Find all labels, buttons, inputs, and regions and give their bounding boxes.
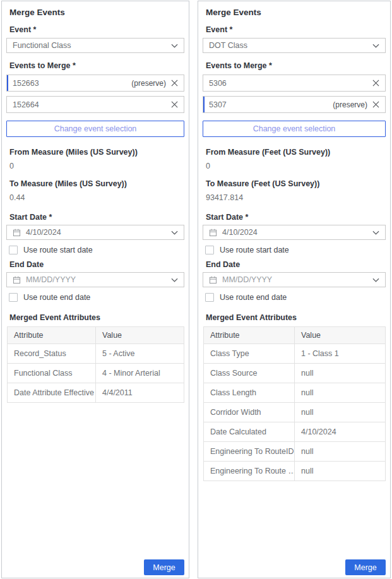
value-cell: null (295, 383, 386, 403)
end-date-label: End Date (206, 260, 383, 269)
event-to-merge-input[interactable]: 152664 (6, 96, 184, 113)
value-cell: 4 - Minor Arterial (96, 364, 184, 383)
table-row: Record_Status 5 - Active (8, 344, 184, 364)
end-date-label: End Date (9, 260, 181, 269)
attribute-cell: Functional Class (8, 364, 96, 383)
use-route-start-date-checkbox-row[interactable]: Use route start date (205, 246, 386, 254)
change-event-selection-button[interactable]: Change event selection (6, 121, 184, 137)
value-cell: 4/10/2024 (295, 422, 386, 442)
merged-event-attributes-title: Merged Event Attributes (9, 313, 181, 322)
preserve-tag: (preserve) (131, 79, 166, 88)
start-date-label: Start Date * (9, 213, 181, 222)
merge-button[interactable]: Merge (144, 559, 184, 575)
event-label: Event * (9, 25, 181, 34)
table-row: Corridor Width null (204, 403, 386, 422)
events-to-merge-label: Events to Merge * (9, 61, 181, 70)
event-id-text: 5307 (209, 100, 333, 109)
use-route-end-date-checkbox-row[interactable]: Use route end date (205, 293, 386, 302)
chevron-down-icon (171, 44, 178, 48)
close-icon[interactable] (171, 101, 178, 108)
checkbox[interactable] (205, 246, 214, 254)
event-to-merge-input[interactable]: 5306 (203, 75, 386, 92)
value-cell: null (295, 403, 386, 422)
value-column-header: Value (96, 327, 184, 344)
attribute-cell: Class Source (204, 364, 295, 383)
table-row: Class Type 1 - Class 1 (204, 344, 386, 364)
event-select[interactable]: DOT Class (203, 38, 386, 53)
event-to-merge-input[interactable]: 5307 (preserve) (203, 96, 386, 113)
end-date-placeholder: MM/DD/YYYY (222, 275, 372, 284)
merged-attributes-table: Attribute Value Class Type 1 - Class 1 C… (203, 326, 386, 481)
event-id-text: 152663 (13, 79, 131, 88)
from-measure-label: From Measure (Feet (US Survey)) (206, 148, 383, 157)
calendar-icon (209, 229, 217, 237)
event-to-merge-input[interactable]: 152663 (preserve) (6, 75, 184, 92)
close-icon[interactable] (372, 101, 379, 108)
checkbox-label: Use route start date (220, 246, 289, 254)
chevron-down-icon (372, 230, 379, 235)
to-measure-label: To Measure (Feet (US Survey)) (206, 179, 383, 188)
event-select[interactable]: Functional Class (6, 38, 184, 53)
table-header-row: Attribute Value (8, 327, 184, 344)
start-date-picker[interactable]: 4/10/2024 (6, 225, 184, 240)
from-measure-value: 0 (9, 162, 181, 170)
value-column-header: Value (295, 327, 386, 344)
preserve-tag: (preserve) (333, 100, 367, 109)
event-id-text: 5306 (209, 79, 367, 88)
table-row: Engineering To RouteID null (204, 442, 386, 462)
table-row: Functional Class 4 - Minor Arterial (8, 364, 184, 383)
event-label: Event * (206, 25, 383, 34)
checkbox-label: Use route end date (220, 293, 287, 302)
value-cell: 5 - Active (96, 344, 184, 364)
end-date-placeholder: MM/DD/YYYY (26, 275, 171, 284)
table-row: Class Length null (204, 383, 386, 403)
checkbox[interactable] (9, 293, 18, 302)
close-icon[interactable] (171, 80, 178, 87)
start-date-value: 4/10/2024 (222, 228, 372, 237)
value-cell: null (295, 442, 386, 462)
chevron-down-icon (171, 230, 178, 235)
to-measure-value: 0.44 (9, 193, 181, 202)
event-id-text: 152664 (13, 100, 166, 109)
use-route-start-date-checkbox-row[interactable]: Use route start date (9, 246, 184, 254)
checkbox-label: Use route end date (23, 293, 90, 302)
to-measure-value: 93417.814 (206, 193, 383, 202)
checkbox[interactable] (205, 293, 214, 302)
attribute-cell: Class Length (204, 383, 295, 403)
attribute-cell: Record_Status (8, 344, 96, 364)
event-select-value: Functional Class (13, 41, 171, 50)
from-measure-value: 0 (206, 162, 383, 170)
table-row: Date Attribute Effective 4/4/2011 (8, 383, 184, 403)
merge-events-panel-left: Merge Events Event * Functional Class Ev… (1, 1, 189, 578)
checkbox[interactable] (9, 246, 18, 254)
end-date-picker[interactable]: MM/DD/YYYY (203, 272, 386, 287)
calendar-icon (13, 229, 21, 237)
calendar-icon (13, 276, 21, 284)
checkbox-label: Use route start date (23, 246, 93, 254)
chevron-down-icon (171, 278, 178, 282)
calendar-icon (209, 276, 217, 284)
panel-title: Merge Events (206, 8, 383, 17)
attribute-cell: Corridor Width (204, 403, 295, 422)
merged-attributes-table: Attribute Value Record_Status 5 - Active… (7, 326, 184, 403)
close-icon[interactable] (372, 80, 379, 87)
to-measure-label: To Measure (Miles (US Survey)) (9, 179, 181, 188)
end-date-picker[interactable]: MM/DD/YYYY (6, 272, 184, 287)
from-measure-label: From Measure (Miles (US Survey)) (9, 148, 181, 157)
merge-events-panel-right: Merge Events Event * DOT Class Events to… (198, 1, 391, 578)
attribute-cell: Date Attribute Effective (8, 383, 96, 403)
attribute-cell: Date Calculated (204, 422, 295, 442)
table-header-row: Attribute Value (204, 327, 386, 344)
change-event-selection-button[interactable]: Change event selection (203, 121, 386, 137)
events-to-merge-label: Events to Merge * (206, 61, 383, 70)
chevron-down-icon (372, 278, 379, 282)
attribute-cell: Engineering To RouteID (204, 442, 295, 462)
value-cell: null (295, 364, 386, 383)
table-row: Engineering To Route … null (204, 462, 386, 481)
merge-button[interactable]: Merge (345, 559, 386, 575)
value-cell: 1 - Class 1 (295, 344, 386, 364)
event-select-value: DOT Class (209, 41, 372, 50)
attribute-column-header: Attribute (204, 327, 295, 344)
start-date-picker[interactable]: 4/10/2024 (203, 225, 386, 240)
use-route-end-date-checkbox-row[interactable]: Use route end date (9, 293, 184, 302)
